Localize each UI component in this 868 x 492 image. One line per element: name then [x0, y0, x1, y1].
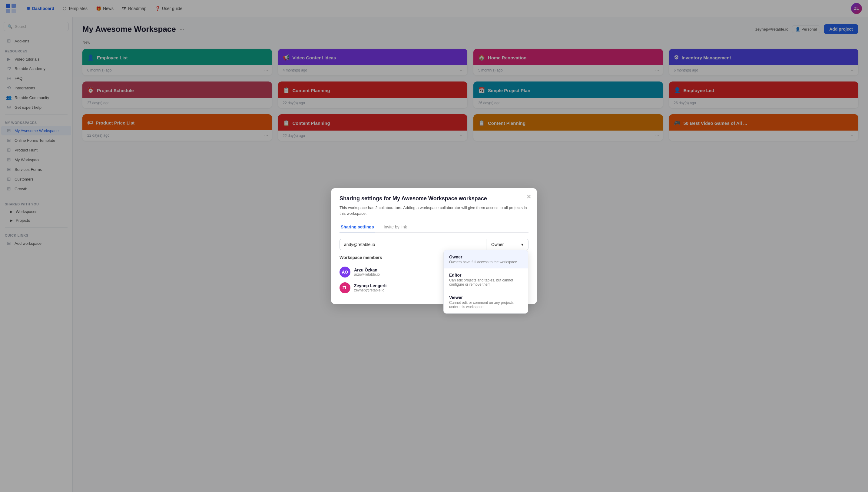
sharing-modal: Sharing settings for My Awesome Workspac…	[331, 188, 537, 304]
modal-close-button[interactable]: ✕	[526, 194, 532, 200]
role-select-label: Owner	[491, 242, 504, 247]
chevron-down-icon: ▾	[521, 242, 524, 247]
tab-invite-by-link[interactable]: Invite by link	[383, 222, 408, 232]
modal-title: Sharing settings for My Awesome Workspac…	[339, 195, 529, 202]
modal-subtitle: This workspace has 2 collaborators. Addi…	[339, 205, 529, 217]
modal-header: Sharing settings for My Awesome Workspac…	[331, 188, 537, 217]
member-avatar-arzu: AÖ	[339, 267, 351, 277]
member-avatar-zeynep: ZL	[339, 282, 351, 293]
role-option-editor[interactable]: Editor Can edit projects and tables, but…	[444, 268, 528, 291]
invite-row: Owner ▾ Owner Owners have full access to…	[339, 239, 529, 250]
tab-sharing-settings[interactable]: Sharing settings	[339, 222, 375, 232]
role-select-dropdown[interactable]: Owner ▾ Owner Owners have full access to…	[486, 239, 529, 250]
modal-overlay[interactable]: Sharing settings for My Awesome Workspac…	[0, 0, 868, 492]
role-option-owner[interactable]: Owner Owners have full access to the wor…	[444, 250, 528, 268]
role-option-viewer[interactable]: Viewer Cannot edit or comment on any pro…	[444, 291, 528, 313]
role-dropdown: Owner Owners have full access to the wor…	[443, 250, 528, 314]
modal-tabs: Sharing settings Invite by link	[339, 222, 529, 233]
invite-email-input[interactable]	[339, 239, 486, 250]
modal-body: Owner ▾ Owner Owners have full access to…	[331, 233, 537, 304]
